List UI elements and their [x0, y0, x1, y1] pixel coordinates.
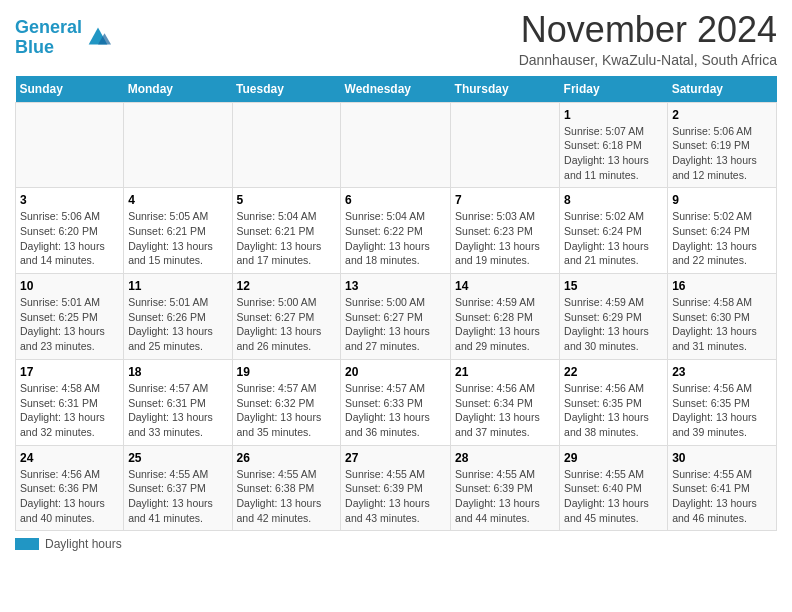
calendar-cell: 15Sunrise: 4:59 AM Sunset: 6:29 PM Dayli… — [560, 274, 668, 360]
day-number: 1 — [564, 108, 663, 122]
calendar-cell: 23Sunrise: 4:56 AM Sunset: 6:35 PM Dayli… — [668, 359, 777, 445]
calendar-col-header: Friday — [560, 76, 668, 103]
calendar-week-row: 17Sunrise: 4:58 AM Sunset: 6:31 PM Dayli… — [16, 359, 777, 445]
day-info: Sunrise: 4:55 AM Sunset: 6:39 PM Dayligh… — [345, 467, 446, 526]
calendar-cell: 21Sunrise: 4:56 AM Sunset: 6:34 PM Dayli… — [451, 359, 560, 445]
day-number: 6 — [345, 193, 446, 207]
day-info: Sunrise: 4:59 AM Sunset: 6:29 PM Dayligh… — [564, 295, 663, 354]
calendar-header-row: SundayMondayTuesdayWednesdayThursdayFrid… — [16, 76, 777, 103]
calendar-cell: 8Sunrise: 5:02 AM Sunset: 6:24 PM Daylig… — [560, 188, 668, 274]
main-title: November 2024 — [519, 10, 777, 50]
day-info: Sunrise: 4:55 AM Sunset: 6:37 PM Dayligh… — [128, 467, 227, 526]
day-info: Sunrise: 4:55 AM Sunset: 6:41 PM Dayligh… — [672, 467, 772, 526]
calendar-cell: 26Sunrise: 4:55 AM Sunset: 6:38 PM Dayli… — [232, 445, 341, 531]
day-number: 5 — [237, 193, 337, 207]
calendar-cell — [124, 102, 232, 188]
calendar-cell — [16, 102, 124, 188]
day-info: Sunrise: 4:56 AM Sunset: 6:36 PM Dayligh… — [20, 467, 119, 526]
calendar-cell: 11Sunrise: 5:01 AM Sunset: 6:26 PM Dayli… — [124, 274, 232, 360]
logo-line2: Blue — [15, 37, 54, 57]
day-number: 25 — [128, 451, 227, 465]
day-info: Sunrise: 5:00 AM Sunset: 6:27 PM Dayligh… — [345, 295, 446, 354]
calendar-week-row: 10Sunrise: 5:01 AM Sunset: 6:25 PM Dayli… — [16, 274, 777, 360]
day-number: 28 — [455, 451, 555, 465]
calendar-cell: 13Sunrise: 5:00 AM Sunset: 6:27 PM Dayli… — [341, 274, 451, 360]
subtitle: Dannhauser, KwaZulu-Natal, South Africa — [519, 52, 777, 68]
day-info: Sunrise: 4:59 AM Sunset: 6:28 PM Dayligh… — [455, 295, 555, 354]
day-info: Sunrise: 4:57 AM Sunset: 6:33 PM Dayligh… — [345, 381, 446, 440]
page-header: General Blue November 2024 Dannhauser, K… — [15, 10, 777, 68]
day-info: Sunrise: 4:56 AM Sunset: 6:35 PM Dayligh… — [564, 381, 663, 440]
day-number: 27 — [345, 451, 446, 465]
calendar-cell: 16Sunrise: 4:58 AM Sunset: 6:30 PM Dayli… — [668, 274, 777, 360]
day-number: 9 — [672, 193, 772, 207]
day-info: Sunrise: 5:06 AM Sunset: 6:20 PM Dayligh… — [20, 209, 119, 268]
calendar-cell: 27Sunrise: 4:55 AM Sunset: 6:39 PM Dayli… — [341, 445, 451, 531]
day-number: 23 — [672, 365, 772, 379]
day-info: Sunrise: 5:05 AM Sunset: 6:21 PM Dayligh… — [128, 209, 227, 268]
calendar-cell: 5Sunrise: 5:04 AM Sunset: 6:21 PM Daylig… — [232, 188, 341, 274]
calendar-col-header: Sunday — [16, 76, 124, 103]
day-number: 24 — [20, 451, 119, 465]
calendar-table: SundayMondayTuesdayWednesdayThursdayFrid… — [15, 76, 777, 532]
day-info: Sunrise: 5:01 AM Sunset: 6:26 PM Dayligh… — [128, 295, 227, 354]
day-number: 15 — [564, 279, 663, 293]
calendar-week-row: 24Sunrise: 4:56 AM Sunset: 6:36 PM Dayli… — [16, 445, 777, 531]
logo-icon — [84, 25, 112, 47]
calendar-col-header: Thursday — [451, 76, 560, 103]
calendar-col-header: Wednesday — [341, 76, 451, 103]
day-info: Sunrise: 5:06 AM Sunset: 6:19 PM Dayligh… — [672, 124, 772, 183]
calendar-cell — [232, 102, 341, 188]
day-info: Sunrise: 5:02 AM Sunset: 6:24 PM Dayligh… — [564, 209, 663, 268]
day-number: 12 — [237, 279, 337, 293]
day-info: Sunrise: 4:58 AM Sunset: 6:31 PM Dayligh… — [20, 381, 119, 440]
calendar-cell: 19Sunrise: 4:57 AM Sunset: 6:32 PM Dayli… — [232, 359, 341, 445]
day-number: 30 — [672, 451, 772, 465]
day-info: Sunrise: 5:04 AM Sunset: 6:22 PM Dayligh… — [345, 209, 446, 268]
calendar-cell: 7Sunrise: 5:03 AM Sunset: 6:23 PM Daylig… — [451, 188, 560, 274]
calendar-cell: 3Sunrise: 5:06 AM Sunset: 6:20 PM Daylig… — [16, 188, 124, 274]
day-number: 16 — [672, 279, 772, 293]
day-number: 29 — [564, 451, 663, 465]
day-info: Sunrise: 4:55 AM Sunset: 6:39 PM Dayligh… — [455, 467, 555, 526]
day-number: 26 — [237, 451, 337, 465]
calendar-cell: 2Sunrise: 5:06 AM Sunset: 6:19 PM Daylig… — [668, 102, 777, 188]
day-number: 18 — [128, 365, 227, 379]
calendar-cell: 10Sunrise: 5:01 AM Sunset: 6:25 PM Dayli… — [16, 274, 124, 360]
day-number: 8 — [564, 193, 663, 207]
day-number: 14 — [455, 279, 555, 293]
calendar-col-header: Tuesday — [232, 76, 341, 103]
day-number: 17 — [20, 365, 119, 379]
day-number: 10 — [20, 279, 119, 293]
calendar-cell: 1Sunrise: 5:07 AM Sunset: 6:18 PM Daylig… — [560, 102, 668, 188]
calendar-cell: 29Sunrise: 4:55 AM Sunset: 6:40 PM Dayli… — [560, 445, 668, 531]
calendar-cell: 28Sunrise: 4:55 AM Sunset: 6:39 PM Dayli… — [451, 445, 560, 531]
day-info: Sunrise: 4:55 AM Sunset: 6:40 PM Dayligh… — [564, 467, 663, 526]
calendar-cell: 30Sunrise: 4:55 AM Sunset: 6:41 PM Dayli… — [668, 445, 777, 531]
day-info: Sunrise: 4:55 AM Sunset: 6:38 PM Dayligh… — [237, 467, 337, 526]
calendar-cell — [341, 102, 451, 188]
legend-swatch — [15, 538, 39, 550]
day-info: Sunrise: 5:01 AM Sunset: 6:25 PM Dayligh… — [20, 295, 119, 354]
day-number: 4 — [128, 193, 227, 207]
day-info: Sunrise: 4:57 AM Sunset: 6:32 PM Dayligh… — [237, 381, 337, 440]
calendar-cell: 18Sunrise: 4:57 AM Sunset: 6:31 PM Dayli… — [124, 359, 232, 445]
calendar-cell: 9Sunrise: 5:02 AM Sunset: 6:24 PM Daylig… — [668, 188, 777, 274]
day-info: Sunrise: 5:00 AM Sunset: 6:27 PM Dayligh… — [237, 295, 337, 354]
day-info: Sunrise: 4:58 AM Sunset: 6:30 PM Dayligh… — [672, 295, 772, 354]
day-info: Sunrise: 5:03 AM Sunset: 6:23 PM Dayligh… — [455, 209, 555, 268]
calendar-cell — [451, 102, 560, 188]
calendar-cell: 6Sunrise: 5:04 AM Sunset: 6:22 PM Daylig… — [341, 188, 451, 274]
calendar-cell: 22Sunrise: 4:56 AM Sunset: 6:35 PM Dayli… — [560, 359, 668, 445]
day-number: 11 — [128, 279, 227, 293]
calendar-col-header: Saturday — [668, 76, 777, 103]
calendar-week-row: 1Sunrise: 5:07 AM Sunset: 6:18 PM Daylig… — [16, 102, 777, 188]
day-info: Sunrise: 5:04 AM Sunset: 6:21 PM Dayligh… — [237, 209, 337, 268]
day-info: Sunrise: 5:07 AM Sunset: 6:18 PM Dayligh… — [564, 124, 663, 183]
day-number: 7 — [455, 193, 555, 207]
day-info: Sunrise: 4:56 AM Sunset: 6:34 PM Dayligh… — [455, 381, 555, 440]
logo: General Blue — [15, 18, 112, 58]
logo-line1: General — [15, 17, 82, 37]
calendar-cell: 20Sunrise: 4:57 AM Sunset: 6:33 PM Dayli… — [341, 359, 451, 445]
day-number: 19 — [237, 365, 337, 379]
